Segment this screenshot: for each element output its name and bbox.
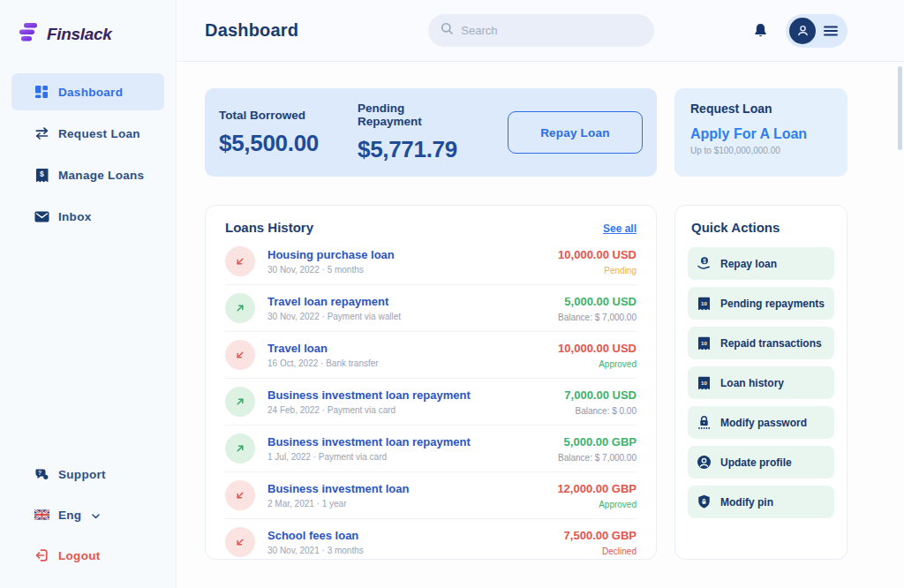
pending-repayment-value: $5,771.79 (358, 136, 469, 163)
arrow-down-left-icon (225, 480, 255, 510)
quick-action-label: Modify pin (720, 496, 773, 509)
loan-amount: 10,000.00 USD (558, 342, 637, 355)
app-root: Finslack Dashboard Request Loan $ Manage… (0, 0, 904, 588)
quick-action-modify-password[interactable]: Modify password (688, 406, 834, 439)
money-hand-icon: $ (697, 256, 712, 271)
loan-title: School fees loan (267, 529, 552, 542)
loan-meta: 16 Oct, 2022 · Bank transfer (267, 358, 546, 368)
dashboard-grid-icon (34, 84, 49, 100)
transfer-arrows-icon (34, 125, 49, 141)
loan-status: Declined (564, 547, 637, 556)
quick-action-loan-history[interactable]: 10 Loan history (688, 366, 834, 399)
page-title: Dashboard (205, 20, 298, 41)
logout-button[interactable]: Logout (11, 537, 164, 574)
person-circle-icon (697, 455, 712, 470)
sidebar-nav: Dashboard Request Loan $ Manage Loans In… (0, 73, 176, 235)
shield-lock-icon (697, 494, 712, 509)
loan-limit-text: Up to $100,000,000.00 (690, 146, 832, 155)
balance-summary-card: Total Borrowed $5,500.00 Pending Repayme… (205, 88, 657, 177)
request-loan-card: Request Loan Apply For A Loan Up to $100… (674, 88, 848, 177)
loan-meta: 30 Nov, 2022 · 5 months (267, 265, 546, 275)
invoice-number-icon: 10 (697, 296, 712, 311)
vertical-scrollbar[interactable] (898, 66, 902, 150)
loan-status: Balance: $ 0.00 (564, 406, 637, 416)
total-borrowed-label: Total Borrowed (219, 109, 319, 122)
arrow-up-right-icon (225, 387, 255, 417)
arrow-down-left-icon (225, 340, 255, 370)
quick-action-label: Repay loan (720, 258, 777, 270)
loan-title: Business investment loan (267, 482, 545, 495)
quick-action-repay-loan[interactable]: $ Repay loan (688, 247, 834, 280)
sidebar-item-inbox[interactable]: Inbox (11, 198, 164, 235)
support-chat-icon: ? (34, 466, 49, 482)
search-input[interactable] (461, 24, 642, 37)
sidebar-item-label: Inbox (58, 210, 92, 223)
loan-status: Approved (557, 500, 637, 509)
loan-title: Business investment loan repayment (267, 435, 546, 449)
svg-text:$: $ (40, 170, 44, 178)
finslack-logo-icon (18, 21, 40, 47)
loan-row[interactable]: Business investment loan 2 Mar, 2021 · 1… (225, 472, 637, 519)
loan-row[interactable]: Travel loan 16 Oct, 2022 · Bank transfer… (225, 332, 637, 379)
content: Total Borrowed $5,500.00 Pending Repayme… (177, 62, 904, 588)
svg-text:10: 10 (701, 379, 707, 385)
content-right-column: Request Loan Apply For A Loan Up to $100… (674, 88, 848, 560)
loan-status: Balance: $ 7,000.00 (558, 453, 637, 463)
loans-list: Housing purchase loan 30 Nov, 2022 · 5 m… (225, 238, 637, 560)
loan-amount: 12,000.00 GBP (557, 482, 637, 495)
loan-meta: 2 Mar, 2021 · 1 year (267, 499, 545, 509)
loan-title: Housing purchase loan (267, 248, 546, 261)
loan-row[interactable]: Business investment loan repayment 24 Fe… (225, 379, 637, 426)
invoice-coin-icon: $ (34, 167, 49, 183)
loan-title: Business investment loan repayment (267, 388, 552, 402)
search-bar[interactable] (428, 14, 654, 47)
quick-action-update-profile[interactable]: Update profile (688, 446, 834, 479)
invoice-number-icon: 10 (697, 375, 712, 390)
sidebar: Finslack Dashboard Request Loan $ Manage… (0, 0, 177, 588)
quick-action-modify-pin[interactable]: Modify pin (688, 486, 834, 518)
quick-action-label: Loan history (720, 377, 784, 389)
sidebar-item-manage-loans[interactable]: $ Manage Loans (11, 156, 164, 193)
loan-meta: 24 Feb, 2022 · Payment via card (267, 405, 552, 415)
brand-logo[interactable]: Finslack (0, 0, 176, 47)
loan-row[interactable]: Business investment loan repayment 1 Jul… (225, 426, 637, 472)
brand-name: Finslack (47, 25, 112, 44)
invoice-number-icon: 10 (697, 335, 712, 351)
loan-amount: 10,000.00 USD (558, 248, 637, 261)
quick-action-label: Repaid transactions (720, 337, 822, 350)
see-all-link[interactable]: See all (603, 222, 637, 235)
request-loan-title: Request Loan (690, 102, 832, 116)
quick-action-repaid-transactions[interactable]: 10 Repaid transactions (688, 327, 834, 359)
loan-status: Balance: $ 7,000.00 (558, 313, 637, 322)
loan-row[interactable]: Housing purchase loan 30 Nov, 2022 · 5 m… (225, 238, 637, 285)
loans-history-header: Loans History See all (225, 220, 637, 235)
loan-amount: 7,000.00 USD (564, 388, 637, 402)
svg-text:10: 10 (701, 299, 707, 305)
lock-dots-icon (697, 415, 712, 430)
avatar (789, 18, 816, 44)
sidebar-item-dashboard[interactable]: Dashboard (11, 73, 164, 110)
mail-envelope-icon (34, 208, 49, 224)
sidebar-footer: ? Support Eng (0, 456, 176, 588)
loan-meta: 30 Nov, 2021 · 3 months (267, 546, 552, 555)
loan-meta: 1 Jul, 2022 · Payment via card (267, 452, 546, 462)
svg-text:?: ? (38, 469, 41, 475)
chevron-down-icon (92, 509, 100, 522)
loan-row[interactable]: Travel loan repayment 30 Nov, 2022 · Pay… (225, 285, 637, 332)
profile-menu[interactable] (786, 14, 848, 48)
sidebar-item-support[interactable]: ? Support (11, 456, 164, 493)
logout-icon (34, 547, 49, 563)
sidebar-item-label: Request Loan (58, 127, 140, 140)
quick-action-pending-repayments[interactable]: 10 Pending repayments (688, 287, 834, 320)
pending-repayment-stat: Pending Repayment $5,771.79 (358, 102, 469, 163)
notifications-bell-icon[interactable] (753, 22, 768, 39)
loan-row[interactable]: School fees loan 30 Nov, 2021 · 3 months… (225, 519, 637, 560)
sidebar-item-request-loan[interactable]: Request Loan (11, 115, 164, 152)
apply-for-loan-link[interactable]: Apply For A Loan (690, 126, 832, 142)
svg-text:10: 10 (701, 339, 707, 345)
repay-loan-button[interactable]: Repay Loan (508, 111, 643, 154)
language-selector[interactable]: Eng (11, 496, 164, 533)
search-icon (441, 22, 454, 39)
main-area: Dashboard (177, 0, 904, 588)
content-left-column: Total Borrowed $5,500.00 Pending Repayme… (205, 88, 657, 560)
